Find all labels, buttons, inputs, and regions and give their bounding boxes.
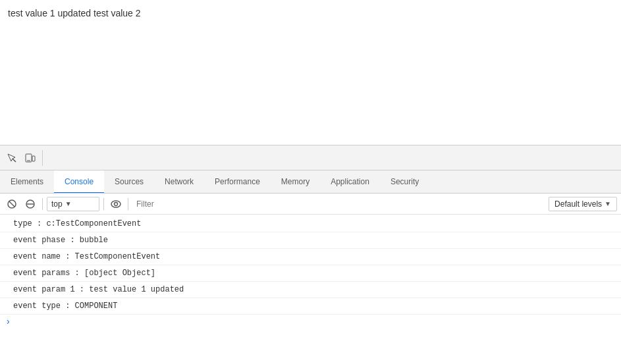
page-content: test value 1 updated test value 2 <box>0 0 621 145</box>
context-dropdown-icon: ▼ <box>65 200 72 207</box>
console-line-4: event params : [object Object] <box>0 265 621 282</box>
tab-application[interactable]: Application <box>320 170 380 194</box>
filter-input[interactable] <box>132 197 546 211</box>
devtools-panel: Elements Console Sources Network Perform… <box>0 145 621 364</box>
svg-point-8 <box>111 201 121 207</box>
context-value: top <box>51 199 63 209</box>
console-prompt[interactable]: › <box>0 315 621 329</box>
eye-icon <box>111 200 121 208</box>
toolbar-separator <box>42 150 43 166</box>
tab-performance[interactable]: Performance <box>204 170 271 194</box>
console-separator-2 <box>103 198 104 210</box>
tab-sources[interactable]: Sources <box>104 170 154 194</box>
context-selector[interactable]: top ▼ <box>47 197 99 211</box>
tab-elements[interactable]: Elements <box>0 170 54 194</box>
console-separator-1 <box>42 198 43 210</box>
console-line-5: event param 1 : test value 1 updated <box>0 282 621 298</box>
console-line-6: event type : COMPONENT <box>0 298 621 315</box>
tab-security[interactable]: Security <box>380 170 429 194</box>
stop-icon <box>26 199 35 209</box>
inspect-icon <box>7 153 17 163</box>
console-line-2: event phase : bubble <box>0 232 621 249</box>
console-output: type : c:TestComponentEvent event phase … <box>0 215 621 364</box>
default-levels-label: Default levels <box>554 199 602 209</box>
prompt-chevron-icon: › <box>5 317 11 327</box>
console-line-3: event name : TestComponentEvent <box>0 249 621 265</box>
page-text: test value 1 updated test value 2 <box>8 8 613 18</box>
clear-icon <box>7 199 16 209</box>
console-separator-3 <box>128 198 128 210</box>
devtools-toolbar <box>0 145 621 170</box>
svg-point-9 <box>115 202 118 205</box>
clear-console-button[interactable] <box>4 196 20 212</box>
tab-network[interactable]: Network <box>154 170 204 194</box>
device-icon <box>25 153 36 163</box>
tab-memory[interactable]: Memory <box>271 170 320 194</box>
device-toolbar-button[interactable] <box>21 149 40 167</box>
console-toolbar: top ▼ Default levels ▼ <box>0 194 621 215</box>
eye-button[interactable] <box>108 196 124 212</box>
svg-line-0 <box>13 159 16 162</box>
default-levels-chevron-icon: ▼ <box>605 200 611 207</box>
devtools-tabs: Elements Console Sources Network Perform… <box>0 170 621 194</box>
svg-line-5 <box>9 201 14 207</box>
default-levels-button[interactable]: Default levels ▼ <box>549 197 617 211</box>
console-line-1: type : c:TestComponentEvent <box>0 216 621 232</box>
no-entry-button[interactable] <box>22 196 38 212</box>
tab-console[interactable]: Console <box>54 170 104 194</box>
svg-rect-2 <box>32 156 35 161</box>
inspect-element-button[interactable] <box>3 149 21 167</box>
